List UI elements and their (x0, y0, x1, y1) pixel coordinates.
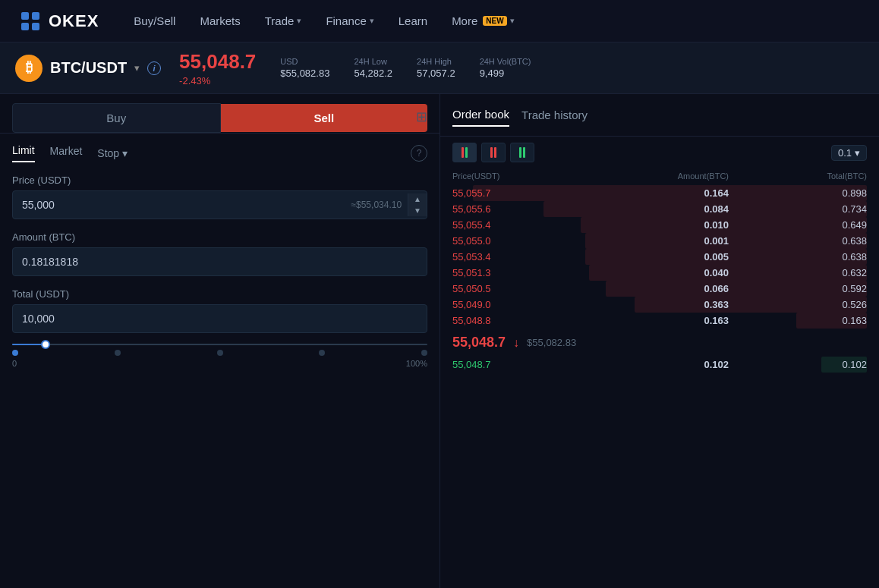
sell-order-row[interactable]: 55,048.8 0.163 0.163 (452, 313, 867, 329)
total-label: Total (USDT) (12, 288, 427, 300)
finance-chevron-icon: ▾ (370, 16, 374, 26)
svg-rect-0 (21, 12, 29, 20)
layout-icon[interactable]: ⊞ (416, 108, 427, 125)
svg-rect-2 (21, 23, 29, 30)
sell-total: 0.638 (729, 251, 867, 263)
view-sell-icon (490, 147, 493, 158)
nav-more[interactable]: More NEW ▾ (441, 10, 525, 32)
sell-order-row[interactable]: 55,053.4 0.005 0.638 (452, 249, 867, 265)
left-panel: Buy Sell ⊞ Limit Market Stop ▾ ? Price (… (0, 94, 440, 588)
nav-buy-sell[interactable]: Buy/Sell (123, 10, 186, 32)
sell-price: 55,055.7 (452, 187, 591, 199)
col-amount-header: Amount(BTC) (591, 171, 729, 181)
limit-tab[interactable]: Limit (12, 144, 35, 162)
view-both-btn[interactable] (452, 143, 477, 162)
nav-trade[interactable]: Trade ▾ (254, 10, 313, 32)
sell-amount: 0.084 (591, 203, 729, 215)
trade-history-tab[interactable]: Trade history (521, 104, 588, 126)
sell-amount: 0.363 (591, 299, 729, 310)
stop-dropdown[interactable]: Stop ▾ (97, 147, 128, 159)
decimal-select[interactable]: 0.1 ▾ (831, 145, 867, 161)
amount-field: Amount (BTC) (12, 231, 427, 276)
sell-price: 55,048.8 (452, 315, 591, 326)
sell-price: 55,055.0 (452, 235, 591, 247)
okex-logo-icon (18, 9, 43, 33)
orderbook-header: Order book Trade history (440, 94, 879, 137)
view-buy-icon2 (523, 147, 525, 158)
price-approx: ≈$55,034.10 (351, 200, 408, 210)
pair-dropdown-icon[interactable]: ▾ (134, 62, 140, 74)
nav-finance[interactable]: Finance ▾ (315, 10, 384, 32)
more-chevron-icon: ▾ (510, 16, 515, 26)
sell-total: 0.526 (729, 299, 867, 310)
view-sell-icon2 (494, 147, 496, 158)
sell-order-row[interactable]: 55,049.0 0.363 0.526 (452, 297, 867, 313)
sell-tab[interactable]: Sell (221, 104, 428, 132)
price-block: 55,048.7 -2.43% (179, 50, 256, 86)
sell-price: 55,051.3 (452, 267, 591, 278)
buy-order-row[interactable]: 55,048.7 0.102 0.102 (452, 357, 867, 373)
more-badge: NEW (483, 16, 506, 26)
sell-amount: 0.066 (591, 283, 729, 294)
sell-order-row[interactable]: 55,055.6 0.084 0.734 (452, 201, 867, 217)
midprice-row: 55,048.7 ↓ $55,082.83 (440, 329, 879, 357)
usd-stat: USD $55,082.83 (280, 57, 329, 79)
amount-input-wrapper (12, 247, 427, 276)
total-input[interactable] (13, 305, 427, 332)
sell-amount: 0.040 (591, 267, 729, 278)
main-layout: Buy Sell ⊞ Limit Market Stop ▾ ? Price (… (0, 94, 879, 588)
total-field: Total (USDT) (12, 288, 427, 333)
col-price-header: Price(USDT) (452, 171, 591, 181)
slider-label-min: 0 (12, 359, 17, 368)
view-sell-btn[interactable] (481, 143, 506, 162)
navbar: OKEX Buy/Sell Markets Trade ▾ Finance ▾ … (0, 0, 879, 42)
buy-amount: 0.102 (591, 359, 729, 370)
amount-input[interactable] (13, 248, 427, 275)
sell-order-row[interactable]: 55,055.0 0.001 0.638 (452, 233, 867, 249)
buy-orders: 55,048.7 0.102 0.102 (440, 357, 879, 373)
slider-labels: 0 100% (12, 359, 427, 368)
sell-amount: 0.010 (591, 219, 729, 231)
logo[interactable]: OKEX (18, 9, 99, 33)
nav-markets[interactable]: Markets (189, 10, 250, 32)
orderbook-tab[interactable]: Order book (452, 103, 509, 127)
price-increment[interactable]: ▲ (408, 193, 427, 205)
nav-learn[interactable]: Learn (388, 10, 438, 32)
sell-total: 0.649 (729, 219, 867, 231)
sell-total: 0.592 (729, 283, 867, 294)
buy-price: 55,048.7 (452, 359, 591, 370)
midprice-value: 55,048.7 (452, 335, 506, 351)
view-buy-btn[interactable] (510, 143, 534, 162)
sell-order-row[interactable]: 55,050.5 0.066 0.592 (452, 281, 867, 297)
sell-amount: 0.005 (591, 251, 729, 263)
amount-label: Amount (BTC) (12, 231, 427, 243)
view-icon-bar1 (462, 147, 464, 158)
sell-total: 0.898 (729, 187, 867, 199)
help-icon[interactable]: ? (411, 145, 427, 162)
sell-price: 55,055.6 (452, 203, 591, 215)
market-tab[interactable]: Market (50, 145, 83, 162)
low-stat: 24H Low 54,282.2 (354, 57, 392, 79)
buy-tab[interactable]: Buy (12, 103, 221, 133)
midprice-usd: $55,082.83 (527, 337, 576, 348)
col-total-header: Total(BTC) (729, 171, 867, 181)
pair-info-icon[interactable]: i (147, 61, 161, 75)
sell-order-row[interactable]: 55,055.4 0.010 0.649 (452, 217, 867, 233)
price-change: -2.43% (179, 75, 256, 86)
logo-text: OKEX (49, 11, 99, 31)
pair-name: BTC/USDT (50, 59, 127, 77)
sell-amount: 0.163 (591, 315, 729, 326)
ob-table-header: Price(USDT) Amount(BTC) Total(BTC) (440, 168, 879, 185)
price-decrement[interactable]: ▼ (408, 205, 427, 216)
slider-track (12, 344, 427, 345)
form-area: Price (USDT) ≈$55,034.10 ▲ ▼ Amount (BTC… (0, 162, 440, 345)
high-stat: 24H High 57,057.2 (417, 57, 455, 79)
view-icon-bar2 (465, 147, 468, 158)
buy-sell-tabs: Buy Sell ⊞ (0, 94, 440, 134)
sell-total: 0.638 (729, 235, 867, 247)
price-label: Price (USDT) (12, 175, 427, 186)
sell-price: 55,050.5 (452, 283, 591, 294)
sell-order-row[interactable]: 55,051.3 0.040 0.632 (452, 265, 867, 281)
sell-order-row[interactable]: 55,055.7 0.164 0.898 (452, 185, 867, 201)
price-input[interactable] (13, 191, 351, 219)
